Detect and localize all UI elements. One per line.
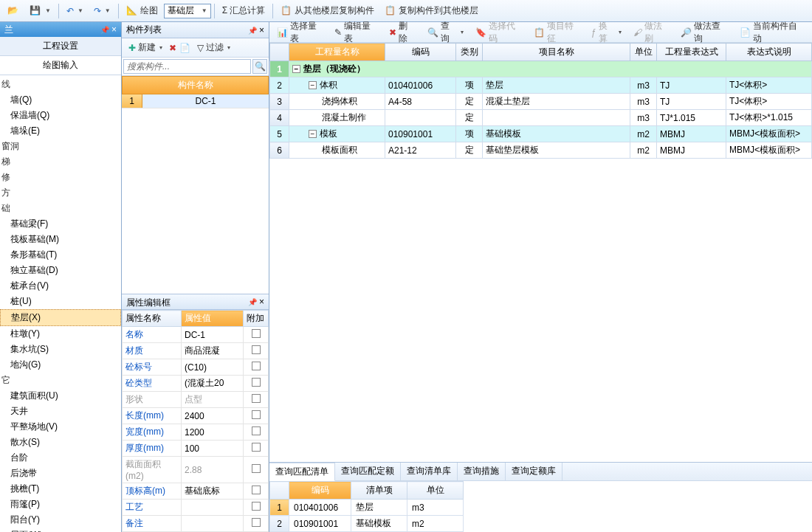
save-button[interactable]: 💾▼: [25, 3, 55, 19]
qty-cell-code[interactable]: A21-12: [385, 142, 456, 159]
prop-value[interactable]: [182, 500, 244, 516]
nav-item-column-pier[interactable]: 柱墩(Y): [0, 326, 121, 342]
qty-cell-unit[interactable]: m3: [630, 94, 657, 110]
tab-draw-input[interactable]: 绘图输入: [0, 56, 121, 75]
qty-cell-cat[interactable]: 定: [456, 110, 483, 126]
qty-col-desc[interactable]: 表达式说明: [726, 44, 812, 61]
collapse-icon[interactable]: −: [309, 130, 317, 138]
prop-value[interactable]: 点型: [182, 392, 244, 408]
prop-extra[interactable]: [244, 424, 269, 441]
close-icon[interactable]: ×: [259, 25, 264, 35]
tab-match-quota[interactable]: 查询匹配定额: [335, 463, 401, 480]
nav-item-trench[interactable]: 地沟(G): [0, 357, 121, 373]
current-auto-button[interactable]: 📄当前构件自动: [735, 24, 809, 41]
prop-value[interactable]: 100: [182, 441, 244, 457]
redo-button[interactable]: ↷▼: [89, 3, 115, 19]
qty-cell-unit[interactable]: m3: [630, 110, 657, 126]
btm-cell-code[interactable]: 010401006: [289, 500, 351, 516]
qty-cell-proj[interactable]: 垫层: [483, 77, 630, 94]
qty-cell-code[interactable]: 010401006: [385, 77, 456, 94]
checkbox-icon[interactable]: [252, 464, 261, 473]
nav-item-insul-wall[interactable]: 保温墙(Q): [0, 108, 121, 123]
draw-button[interactable]: 📐绘图: [122, 3, 162, 19]
close-icon[interactable]: ×: [111, 24, 117, 35]
filter-button[interactable]: ▽过滤▾: [193, 40, 234, 56]
qty-cell-name[interactable]: 浇捣体积: [289, 94, 385, 110]
prop-extra[interactable]: [244, 376, 269, 392]
tab-match-list[interactable]: 查询匹配清单: [269, 463, 335, 481]
nav-item-eaves[interactable]: 挑檐(T): [0, 481, 121, 497]
qty-cell-desc[interactable]: TJ<体积>: [726, 77, 812, 94]
select-code-button[interactable]: 🔖选择代码: [471, 24, 527, 41]
qty-col-expr[interactable]: 工程量表达式: [657, 44, 726, 61]
qty-cell-unit[interactable]: m2: [630, 142, 657, 159]
qty-cell-cat[interactable]: 项: [456, 126, 483, 142]
prop-extra[interactable]: [244, 441, 269, 457]
prop-value[interactable]: 2.88: [182, 457, 244, 483]
nav-item-found-beam[interactable]: 基础梁(F): [0, 216, 121, 232]
prop-value[interactable]: 2400: [182, 408, 244, 424]
qty-cell-proj[interactable]: 基础垫层模板: [483, 142, 630, 159]
component-row[interactable]: DC-1: [142, 94, 269, 108]
qty-cell-desc[interactable]: MBMJ<模板面积>: [726, 126, 812, 142]
open-file-button[interactable]: 📂: [3, 3, 24, 19]
nav-item-step[interactable]: 台阶: [0, 450, 121, 466]
checkbox-icon[interactable]: [252, 518, 261, 527]
qty-cell-proj[interactable]: 基础模板: [483, 126, 630, 142]
btm-col-unit[interactable]: 单位: [407, 482, 464, 500]
qty-cell-code[interactable]: [385, 110, 456, 126]
nav-item-wall-pier[interactable]: 墙垛(E): [0, 123, 121, 139]
qty-col-proj[interactable]: 项目名称: [483, 44, 630, 61]
nav-item-pile[interactable]: 桩(U): [0, 294, 121, 309]
copy-icon[interactable]: 📄: [179, 43, 190, 53]
qty-cell-expr[interactable]: TJ: [657, 94, 726, 110]
qty-cell-expr[interactable]: TJ*1.015: [657, 110, 726, 126]
qty-cell-unit[interactable]: m2: [630, 126, 657, 142]
prop-extra[interactable]: [244, 457, 269, 483]
qty-cell-expr[interactable]: MBMJ: [657, 126, 726, 142]
checkbox-icon[interactable]: [252, 378, 261, 387]
nav-item-building-area[interactable]: 建筑面积(U): [0, 388, 121, 404]
prop-extra[interactable]: [244, 408, 269, 424]
qty-cell-proj[interactable]: 混凝土垫层: [483, 94, 630, 110]
prop-value[interactable]: DC-1: [182, 327, 244, 343]
prop-extra[interactable]: [244, 327, 269, 343]
select-qty-button[interactable]: 📊选择量表: [272, 24, 328, 41]
btm-cell-code[interactable]: 010901001: [289, 516, 351, 532]
qty-cell-unit[interactable]: m3: [630, 77, 657, 94]
nav-item-wall[interactable]: 墙(Q): [0, 92, 121, 108]
prop-value[interactable]: (混凝土20: [182, 376, 244, 392]
brush-button[interactable]: 🖌做法刷: [629, 24, 675, 41]
qty-cell-desc[interactable]: MBMJ<模板面积>: [726, 142, 812, 159]
prop-value[interactable]: 基础底标: [182, 483, 244, 500]
nav-item-site-level[interactable]: 平整场地(V): [0, 419, 121, 435]
nav-item-apron[interactable]: 散水(S): [0, 435, 121, 450]
convert-button[interactable]: ƒ换算▾: [587, 24, 627, 41]
qty-cell-code[interactable]: 010901001: [385, 126, 456, 142]
qty-cell-cat[interactable]: 定: [456, 94, 483, 110]
copy-from-floor-button[interactable]: 📋从其他楼层复制构件: [276, 3, 379, 19]
tab-quota-lib[interactable]: 查询定额库: [506, 463, 562, 480]
tab-list-lib[interactable]: 查询清单库: [401, 463, 458, 480]
checkbox-icon[interactable]: [252, 362, 261, 370]
tab-project-settings[interactable]: 工程设置: [0, 37, 121, 56]
delete-icon[interactable]: ✖: [169, 43, 176, 53]
checkbox-icon[interactable]: [252, 486, 261, 494]
qty-cell-name[interactable]: 混凝土制作: [289, 110, 385, 126]
edit-qty-button[interactable]: ✎编辑量表: [330, 24, 382, 41]
checkbox-icon[interactable]: [252, 502, 261, 511]
item-feature-button[interactable]: 📋项目特征: [529, 24, 585, 41]
nav-item-sump[interactable]: 集水坑(S): [0, 342, 121, 357]
brush-query-button[interactable]: 🔎做法查询: [676, 24, 732, 41]
prop-value[interactable]: (C10): [182, 359, 244, 376]
qty-group-row[interactable]: −垫层（现浇砼）: [289, 61, 812, 77]
collapse-icon[interactable]: −: [292, 65, 300, 73]
pin-icon[interactable]: 📌: [248, 298, 257, 306]
nav-item-strip-found[interactable]: 条形基础(T): [0, 247, 121, 263]
checkbox-icon[interactable]: [252, 394, 261, 403]
pin-icon[interactable]: 📌: [100, 26, 109, 34]
checkbox-icon[interactable]: [252, 443, 261, 452]
btm-col-item[interactable]: 清单项: [351, 482, 407, 500]
undo-button[interactable]: ↶▼: [62, 3, 88, 19]
query-button[interactable]: 🔍查询▾: [423, 24, 469, 41]
